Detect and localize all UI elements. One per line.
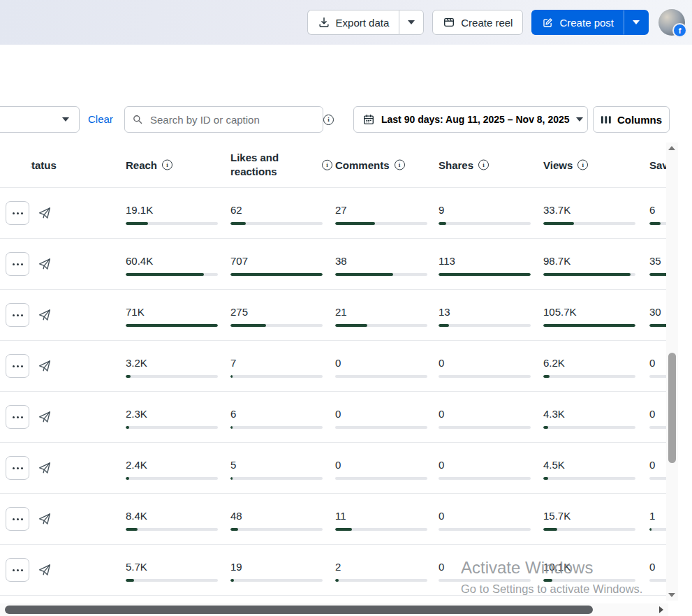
- boost-icon[interactable]: [37, 562, 52, 578]
- row-menu-button[interactable]: [6, 354, 29, 378]
- metric-value: 71K: [126, 306, 218, 318]
- metric-value: 0: [439, 459, 531, 471]
- boost-icon[interactable]: [37, 205, 52, 221]
- row-menu-button[interactable]: [6, 201, 29, 225]
- scroll-up-arrow-icon[interactable]: [668, 146, 675, 150]
- info-icon[interactable]: [577, 160, 588, 170]
- row-menu-button[interactable]: [6, 456, 29, 480]
- horizontal-scrollbar-thumb[interactable]: [5, 606, 593, 614]
- scroll-down-arrow-icon[interactable]: [668, 593, 675, 597]
- info-icon[interactable]: [478, 160, 489, 170]
- export-data-label: Export data: [336, 17, 390, 29]
- likes-cell: 707: [230, 255, 323, 276]
- metric-bar-track: [439, 579, 531, 582]
- scroll-right-arrow-icon[interactable]: [659, 606, 663, 613]
- metric-bar-track: [335, 477, 427, 480]
- metric-bar-track: [335, 222, 427, 225]
- metric-value: 0: [439, 561, 531, 573]
- info-icon[interactable]: [162, 160, 172, 170]
- metric-bar-track: [126, 528, 218, 531]
- create-reel-label: Create reel: [461, 17, 513, 29]
- metric-value: 98.7K: [543, 255, 635, 267]
- film-icon: [443, 16, 455, 29]
- comments-cell: 0: [335, 357, 427, 378]
- metric-value: 4.5K: [543, 459, 635, 471]
- metric-bar-track: [439, 375, 531, 378]
- export-data-button[interactable]: Export data: [307, 10, 399, 35]
- shares-cell: 0: [439, 561, 531, 582]
- search-input[interactable]: [149, 113, 316, 126]
- boost-icon[interactable]: [37, 358, 52, 374]
- caret-down-icon: [62, 117, 69, 122]
- info-icon[interactable]: [322, 160, 332, 170]
- likes-cell: 62: [230, 204, 323, 225]
- metric-bar-fill: [230, 426, 233, 429]
- columns-button[interactable]: Columns: [593, 106, 670, 133]
- columns-icon: [601, 115, 612, 125]
- views-cell: 33.7K: [543, 204, 635, 225]
- metric-bar-fill: [543, 528, 557, 531]
- info-icon[interactable]: [395, 160, 405, 170]
- metric-value: 0: [335, 408, 427, 420]
- metric-value: 6: [230, 408, 323, 420]
- metric-bar-track: [543, 528, 635, 531]
- metric-bar-track: [335, 528, 427, 531]
- boost-icon[interactable]: [37, 409, 52, 425]
- column-header-reach[interactable]: Reach: [126, 159, 172, 171]
- ellipsis-icon: [13, 467, 23, 469]
- column-header-comments[interactable]: Comments: [335, 159, 405, 171]
- metric-value: 19.1K: [126, 204, 218, 216]
- likes-cell: 7: [230, 357, 323, 378]
- metric-bar-fill: [230, 375, 233, 378]
- metric-value: 5: [230, 459, 323, 471]
- metric-value: 19: [230, 561, 323, 573]
- metric-value: 0: [335, 357, 427, 369]
- boost-icon[interactable]: [37, 511, 52, 527]
- boost-icon[interactable]: [37, 307, 52, 323]
- clear-filters-link[interactable]: Clear: [88, 106, 113, 133]
- boost-icon[interactable]: [37, 460, 52, 476]
- metric-bar-track: [439, 528, 531, 531]
- row-menu-button[interactable]: [6, 303, 29, 327]
- vertical-scrollbar[interactable]: [666, 142, 678, 601]
- profile-avatar[interactable]: [658, 9, 685, 36]
- metric-bar-fill: [335, 324, 367, 327]
- views-cell: 15.7K: [543, 510, 635, 531]
- filter-dropdown[interactable]: [0, 106, 80, 133]
- row-menu-button[interactable]: [6, 252, 29, 276]
- info-icon[interactable]: [323, 115, 334, 125]
- date-range-button[interactable]: Last 90 days: Aug 11, 2025 – Nov 8, 2025: [353, 106, 588, 133]
- metric-bar-track: [126, 324, 218, 327]
- create-reel-button[interactable]: Create reel: [432, 10, 523, 35]
- vertical-scrollbar-thumb[interactable]: [668, 353, 676, 463]
- metric-value: 0: [439, 408, 531, 420]
- horizontal-scrollbar[interactable]: [0, 603, 668, 616]
- row-menu-button[interactable]: [6, 405, 29, 429]
- comments-cell: 2: [335, 561, 427, 582]
- metric-bar-fill: [126, 426, 129, 429]
- boost-icon[interactable]: [37, 256, 52, 272]
- metric-value: 8.4K: [126, 510, 218, 522]
- metric-value: 21: [335, 306, 427, 318]
- metric-bar-track: [439, 222, 531, 225]
- row-menu-button[interactable]: [6, 507, 29, 531]
- row-menu-button[interactable]: [6, 558, 29, 582]
- views-header-label: Views: [543, 159, 573, 171]
- column-header-views[interactable]: Views: [543, 159, 588, 171]
- export-options-button[interactable]: [399, 10, 424, 35]
- metric-bar-track: [439, 477, 531, 480]
- column-header-shares[interactable]: Shares: [439, 159, 489, 171]
- metric-value: 105.7K: [543, 306, 635, 318]
- create-post-button[interactable]: Create post: [531, 10, 624, 35]
- column-header-likes[interactable]: Likes and reactions: [230, 151, 332, 179]
- metric-bar-fill: [439, 273, 531, 276]
- shares-cell: 113: [439, 255, 531, 276]
- metric-bar-track: [230, 477, 323, 480]
- export-split-button: Export data: [307, 10, 425, 35]
- metric-bar-fill: [335, 528, 352, 531]
- metric-bar-track: [335, 273, 427, 276]
- create-post-options-button[interactable]: [624, 10, 649, 35]
- ellipsis-icon: [13, 314, 23, 316]
- column-header-status[interactable]: Status: [31, 159, 71, 171]
- metric-bar-fill: [126, 579, 134, 582]
